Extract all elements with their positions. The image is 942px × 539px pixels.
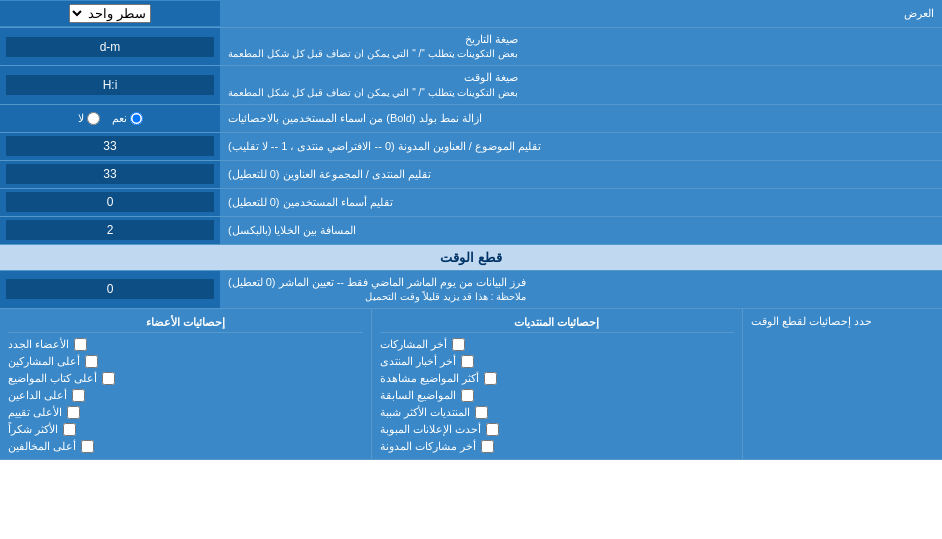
section-header: قطع الوقت (0, 245, 942, 271)
topics-titles-input[interactable] (6, 136, 214, 156)
cb-most-viewed[interactable] (484, 372, 497, 385)
date-format-label: صيغة التاريخ بعض التكوينات يتطلب "/ " ال… (220, 28, 942, 65)
forum-titles-row: تقليم المنتدى / المجموعة العناوين (0 للت… (0, 161, 942, 189)
radio-no[interactable] (87, 112, 100, 125)
limit-label: حدد إحصائيات لقطع الوقت (742, 309, 942, 459)
cutoff-input-cell[interactable] (0, 271, 220, 308)
cutoff-input[interactable] (6, 279, 214, 299)
cb-top-posters[interactable] (85, 355, 98, 368)
cb-item: أعلى الداعين (8, 387, 363, 404)
radio-no-label[interactable]: لا (78, 112, 100, 125)
forum-titles-input-cell[interactable] (0, 161, 220, 188)
cb-item: أخر أخبار المنتدى (380, 353, 735, 370)
bold-radio-row: ازالة نمط بولد (Bold) من اسماء المستخدمي… (0, 105, 942, 133)
member-stats-col: إحصائيات الأعضاء الأعضاء الجدد أعلى المش… (0, 309, 371, 459)
cutoff-row: فرز البيانات من يوم الماشر الماضي فقط --… (0, 271, 942, 309)
cb-item: الأكثر شكراً (8, 421, 363, 438)
cb-top-inviters[interactable] (72, 389, 85, 402)
bold-label: ازالة نمط بولد (Bold) من اسماء المستخدمي… (220, 105, 942, 132)
cb-item: أكثر المواضيع مشاهدة (380, 370, 735, 387)
member-stats-header: إحصائيات الأعضاء (8, 313, 363, 333)
gap-row: المسافة بين الخلايا (بالبكسل) (0, 217, 942, 245)
cb-item: الأعلى تقييم (8, 404, 363, 421)
cb-item: أحدث الإعلانات المبوبة (380, 421, 735, 438)
cb-item: المواضيع السابقة (380, 387, 735, 404)
top-row: العرض سطر واحدسطرينثلاثة أسطر (0, 0, 942, 28)
cb-new-members[interactable] (74, 338, 87, 351)
display-select[interactable]: سطر واحدسطرينثلاثة أسطر (69, 4, 151, 23)
cb-prev-topics[interactable] (461, 389, 474, 402)
topics-titles-label: تقليم الموضوع / العناوين المدونة (0 -- ا… (220, 133, 942, 160)
cb-item: أعلى المخالفين (8, 438, 363, 455)
radio-yes-label[interactable]: نعم (112, 112, 143, 125)
cb-item: أعلى كتاب المواضيع (8, 370, 363, 387)
forum-stats-header: إحصائيات المنتديات (380, 313, 735, 333)
topics-titles-input-cell[interactable] (0, 133, 220, 160)
usernames-input[interactable] (6, 192, 214, 212)
gap-input-cell[interactable] (0, 217, 220, 244)
cb-last-blog-posts[interactable] (481, 440, 494, 453)
time-format-row: صيغة الوقت بعض التكوينات يتطلب "/ " التي… (0, 66, 942, 104)
cb-latest-ads[interactable] (486, 423, 499, 436)
cb-last-posts[interactable] (452, 338, 465, 351)
bold-radio-cell[interactable]: نعم لا (0, 105, 220, 132)
cb-item: المنتديات الأكثر شببة (380, 404, 735, 421)
gap-input[interactable] (6, 220, 214, 240)
topics-titles-row: تقليم الموضوع / العناوين المدونة (0 -- ا… (0, 133, 942, 161)
gap-label: المسافة بين الخلايا (بالبكسل) (220, 217, 942, 244)
top-label: العرض (220, 3, 942, 24)
forum-stats-col: إحصائيات المنتديات أخر المشاركات أخر أخب… (371, 309, 743, 459)
date-format-input[interactable] (6, 37, 214, 57)
cb-top-rated[interactable] (67, 406, 80, 419)
radio-yes[interactable] (130, 112, 143, 125)
cb-item: الأعضاء الجدد (8, 336, 363, 353)
cb-top-violators[interactable] (81, 440, 94, 453)
date-format-row: صيغة التاريخ بعض التكوينات يتطلب "/ " ال… (0, 28, 942, 66)
date-format-input-cell[interactable] (0, 28, 220, 65)
cb-item: أخر مشاركات المدونة (380, 438, 735, 455)
cb-most-similar[interactable] (475, 406, 488, 419)
limit-checkboxes-container: حدد إحصائيات لقطع الوقت إحصائيات المنتدي… (0, 309, 942, 460)
forum-titles-label: تقليم المنتدى / المجموعة العناوين (0 للت… (220, 161, 942, 188)
cb-item: أعلى المشاركين (8, 353, 363, 370)
forum-titles-input[interactable] (6, 164, 214, 184)
time-format-input[interactable] (6, 75, 214, 95)
time-format-input-cell[interactable] (0, 66, 220, 103)
usernames-row: تقليم أسماء المستخدمين (0 للتعطيل) (0, 189, 942, 217)
time-format-label: صيغة الوقت بعض التكوينات يتطلب "/ " التي… (220, 66, 942, 103)
cb-most-thanked[interactable] (63, 423, 76, 436)
top-select-cell[interactable]: سطر واحدسطرينثلاثة أسطر (0, 1, 220, 26)
cb-forum-news[interactable] (461, 355, 474, 368)
usernames-input-cell[interactable] (0, 189, 220, 216)
cb-top-authors[interactable] (102, 372, 115, 385)
cb-item: أخر المشاركات (380, 336, 735, 353)
cutoff-label: فرز البيانات من يوم الماشر الماضي فقط --… (220, 271, 942, 308)
usernames-label: تقليم أسماء المستخدمين (0 للتعطيل) (220, 189, 942, 216)
